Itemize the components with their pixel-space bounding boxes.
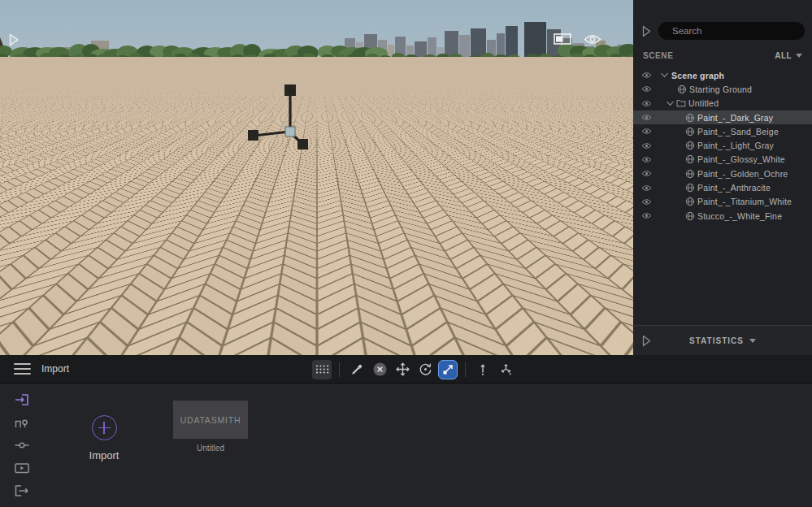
import-add-button[interactable]: Import [78,415,130,462]
scene-tree-item[interactable]: Paint_-_Anthracite [633,180,812,194]
scene-tree-item-label: Paint_-_Glossy_White [697,154,785,164]
scene-tree-item-label: Stucco_-_White_Fine [697,211,782,221]
scene-filter-dropdown[interactable]: ALL [775,51,802,60]
city-skyline [0,0,634,60]
visibility-eye-icon[interactable] [641,114,652,121]
deselect-tool[interactable] [370,360,389,379]
scene-graph-tree: Scene graphStarting GroundUntitledPaint_… [633,68,812,223]
scene-tree-item-label: Paint_-_Golden_Ochre [697,169,788,179]
gizmo-handle-left[interactable] [248,130,258,141]
local-axis-tool[interactable] [473,360,493,379]
visibility-eye-icon[interactable] [641,85,652,93]
expander-chevron-icon[interactable] [666,101,675,106]
visibility-eye-icon[interactable] [641,184,652,192]
scene-tree-item-label: Paint_-_Sand_Beige [697,127,779,136]
scale-gizmo[interactable] [241,80,314,154]
object-icon [685,183,695,193]
scene-tree-item-label: Untitled [688,98,719,108]
gizmo-center-cube[interactable] [285,127,295,136]
search-box[interactable] [658,22,805,40]
visibility-eye-icon[interactable] [641,212,652,219]
statistics-bar[interactable]: STATISTICS [633,325,812,355]
toolbar-divider [339,362,340,377]
dock-media-icon[interactable] [11,459,33,477]
move-icon [396,362,410,376]
scene-tree-item[interactable]: Paint_-_Glossy_White [633,153,812,167]
rotate-icon [419,362,432,376]
asset-thumbnail[interactable]: UDATASMITH [173,401,248,439]
scale-tool[interactable] [438,360,458,379]
visibility-eye-icon[interactable] [641,100,652,107]
object-icon [685,113,695,123]
eyedropper-icon [350,363,363,376]
expander-chevron-icon[interactable] [660,72,669,78]
asset-name-label: Untitled [173,444,248,453]
scene-section-label: SCENE [643,51,673,60]
menu-icon[interactable] [14,363,31,375]
gizmo-handle-up[interactable] [284,84,296,96]
object-icon [677,84,687,94]
toolbar: Import [0,355,812,384]
scene-tree-item-label: Paint_-_Dark_Gray [697,113,773,123]
scene-tree-item-label: Paint_-_Titanium_White [697,197,792,206]
scene-tree-item[interactable]: Stucco_-_White_Fine [633,209,812,223]
gizmo-handle-front[interactable] [297,139,308,150]
dock-links-icon[interactable] [11,436,33,454]
visibility-eye-icon[interactable] [641,198,652,206]
scene-tree-item[interactable]: Paint_-_Dark_Gray [633,110,812,124]
visibility-eye-icon[interactable] [641,142,652,150]
scene-tree-item-label: Paint_-_Anthracite [697,183,771,193]
viewport-3d[interactable] [0,0,634,355]
object-icon [685,141,695,150]
import-panel: Import UDATASMITH Untitled [0,384,812,507]
collapse-left-icon[interactable] [9,33,20,46]
object-icon [685,154,695,164]
move-tool[interactable] [393,360,412,379]
object-icon [685,197,695,206]
collapse-statistics-icon[interactable] [642,335,651,347]
circle-x-icon [373,362,387,376]
dock-import-icon[interactable] [11,391,33,409]
search-input[interactable] [671,25,799,37]
scene-tree-item-label: Starting Ground [689,84,752,94]
scene-tree-item[interactable]: Scene graph [633,68,812,82]
visibility-toggle-icon[interactable] [584,34,601,45]
collapse-panel-icon[interactable] [642,25,651,37]
asset-card-udatasmith[interactable]: UDATASMITH Untitled [173,401,248,453]
scale-icon [442,363,454,375]
panel-toggle-icon[interactable] [554,33,571,45]
chevron-down-icon [796,54,802,58]
toolbar-divider [465,362,466,377]
eyedropper-tool[interactable] [347,360,367,379]
scene-tree-item[interactable]: Paint_-_Sand_Beige [633,124,812,138]
vertical-arrow-dot-icon [476,362,489,376]
asset-format-label: UDATASMITH [180,415,241,425]
scene-tree-item-label: Paint_-_Light_Gray [697,141,774,150]
world-axis-tool[interactable] [496,360,515,379]
scene-tree-item-label: Scene graph [671,71,724,80]
folder-icon [676,99,686,107]
scene-tree-item[interactable]: Paint_-_Golden_Ochre [633,167,812,180]
scene-filter-value: ALL [775,51,792,60]
dot-grid-icon [315,364,329,375]
scene-tree-item[interactable]: Paint_-_Light_Gray [633,138,812,152]
plus-circle-icon[interactable] [92,415,117,440]
toolbar-title: Import [41,363,69,375]
visibility-eye-icon[interactable] [641,156,652,163]
visibility-eye-icon[interactable] [641,128,652,135]
dock-objects-icon[interactable] [11,414,33,431]
snap-grid-tool[interactable] [312,360,332,379]
object-icon [685,211,695,221]
scene-tree-item[interactable]: Untitled [633,97,812,110]
dock-sidebar [11,391,33,500]
object-icon [685,169,695,179]
visibility-eye-icon[interactable] [641,72,652,79]
rotate-tool[interactable] [415,360,435,379]
visibility-eye-icon[interactable] [641,170,652,177]
scene-tree-item[interactable]: Paint_-_Titanium_White [633,195,812,209]
dock-export-icon[interactable] [11,482,33,500]
scene-tree-item[interactable]: Starting Ground [633,82,812,96]
object-icon [685,127,695,136]
import-add-label: Import [89,449,119,462]
viewport-ground [0,57,634,355]
